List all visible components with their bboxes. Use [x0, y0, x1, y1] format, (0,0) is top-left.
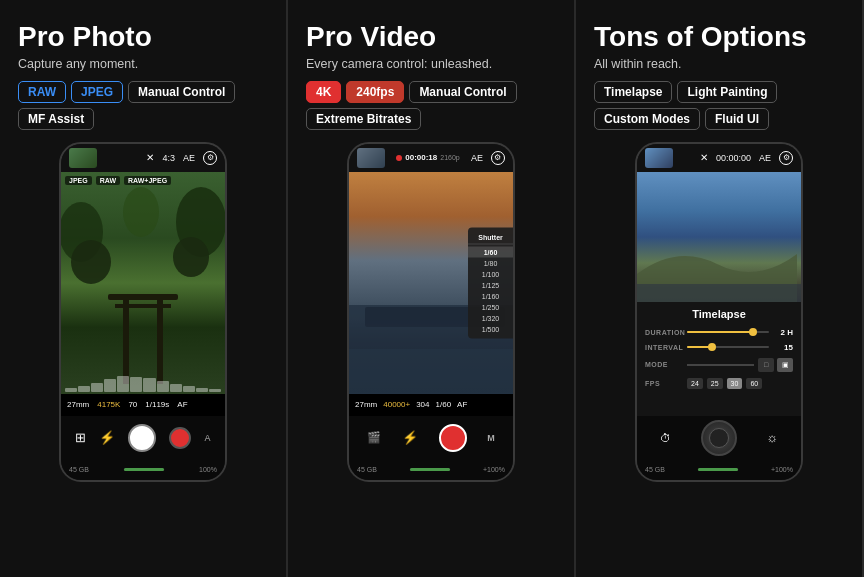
phone2-viewfinder: Shutter 1/60 1/80 1/100 1/125 1/160 1/25… [349, 172, 513, 394]
svg-point-0 [61, 202, 103, 262]
dial-control[interactable] [701, 420, 737, 456]
shutter-val: 1/119s [145, 400, 169, 409]
tl-interval-slider[interactable] [687, 346, 769, 348]
record-button-v[interactable] [439, 424, 467, 452]
format-raw: RAW [96, 176, 120, 185]
phone3-topbar-icons: ✕ 00:00:00 AE ⚙ [700, 151, 793, 165]
tl-mode-btn-1[interactable]: □ [758, 358, 774, 372]
phone1-topbar-icons: ✕ 4:3 AE ⚙ [146, 151, 217, 165]
shutter-item-3[interactable]: 1/125 [468, 279, 513, 290]
gear-icon[interactable]: ⚙ [203, 151, 217, 165]
options-panel: Tons of Options All within reach. Timela… [576, 0, 864, 577]
badge-timelapse[interactable]: Timelapse [594, 81, 672, 103]
badge-manual-control[interactable]: Manual Control [128, 81, 235, 103]
ae-text[interactable]: AE [183, 153, 195, 163]
shutter-item-1[interactable]: 1/80 [468, 257, 513, 268]
pro-video-subtitle: Every camera control: unleashed. [306, 57, 556, 71]
shutter-button[interactable] [128, 424, 156, 452]
phone1-scene: JPEG RAW RAW+JPEG [61, 172, 225, 394]
bolt-icon-v[interactable]: ⚡ [402, 430, 418, 445]
progress-bar [124, 468, 164, 471]
grid-icon[interactable]: ⊞ [75, 430, 86, 445]
histogram [65, 374, 221, 392]
rec-res: 2160p [440, 154, 459, 161]
timer-icon[interactable]: ⏱ [660, 432, 671, 444]
svg-point-2 [123, 187, 159, 237]
phone3-controls: ⏱ ☼ [637, 416, 801, 460]
shutter-item-7[interactable]: 1/500 [468, 323, 513, 334]
shutter-item-2[interactable]: 1/100 [468, 268, 513, 279]
tl-mode-btns: □ ▣ [758, 358, 793, 372]
adjust-icon[interactable]: ☼ [766, 430, 778, 445]
tl-mode-btn-2[interactable]: ▣ [777, 358, 793, 372]
phone-frame-2: 00:00:18 2160p AE ⚙ [306, 142, 556, 563]
fps-25[interactable]: 25 [707, 378, 723, 389]
record-button[interactable] [169, 427, 191, 449]
format-raw-jpeg: RAW+JPEG [124, 176, 171, 185]
mode-m-label[interactable]: M [487, 433, 495, 443]
phone1-info-bar: 27mm 4175K 70 1/119s AF [61, 394, 225, 416]
svg-point-4 [173, 237, 209, 277]
video-cam-icon[interactable]: 🎬 [367, 431, 381, 444]
badge-manual-control-v[interactable]: Manual Control [409, 81, 516, 103]
svg-point-1 [176, 187, 225, 257]
shutter-item-6[interactable]: 1/320 [468, 312, 513, 323]
o-storage: 45 GB [645, 466, 665, 473]
shutter-menu-title: Shutter [468, 231, 513, 244]
fps-60[interactable]: 60 [746, 378, 762, 389]
options-title: Tons of Options [594, 22, 844, 53]
options-subtitle: All within reach. [594, 57, 844, 71]
badge-raw[interactable]: RAW [18, 81, 66, 103]
gear-icon-3[interactable]: ⚙ [779, 151, 793, 165]
flash-off-icon-3: ✕ [700, 152, 708, 163]
phone3-thumb [645, 148, 673, 168]
v-focal: 27mm [355, 400, 377, 409]
badge-4k[interactable]: 4K [306, 81, 341, 103]
coast-svg [637, 224, 801, 302]
focal-length: 27mm [67, 400, 89, 409]
badge-light-painting[interactable]: Light Painting [677, 81, 777, 103]
ae-text-v[interactable]: AE [471, 153, 483, 163]
bolt-icon[interactable]: ⚡ [99, 430, 115, 445]
format-bar: JPEG RAW RAW+JPEG [65, 176, 221, 185]
badge-240fps[interactable]: 240fps [346, 81, 404, 103]
phone2-info-bar: 27mm 40000+ 304 1/60 AF [349, 394, 513, 416]
pro-video-title: Pro Video [306, 22, 556, 53]
phone2-topbar-icons: AE ⚙ [471, 151, 505, 165]
shutter-item-0[interactable]: 1/60 [468, 246, 513, 257]
tl-fps-label: FPS [645, 380, 683, 387]
o-progress-pct: +100% [771, 466, 793, 473]
shutter-item-4[interactable]: 1/160 [468, 290, 513, 301]
gear-icon-v[interactable]: ⚙ [491, 151, 505, 165]
tl-duration-label: DURATION [645, 329, 683, 336]
torii-gate [113, 294, 173, 374]
shutter-item-5[interactable]: 1/250 [468, 301, 513, 312]
badge-fluid-ui[interactable]: Fluid UI [705, 108, 769, 130]
phone3-bottom: 45 GB +100% [637, 460, 801, 480]
phone-2: 00:00:18 2160p AE ⚙ [347, 142, 515, 482]
aspect-ratio-text[interactable]: 4:3 [162, 153, 175, 163]
tl-duration-value: 2 H [773, 328, 793, 337]
rec-indicator: 00:00:18 2160p [396, 153, 460, 162]
badge-mf-assist[interactable]: MF Assist [18, 108, 94, 130]
phone-frame-1: ✕ 4:3 AE ⚙ [18, 142, 268, 563]
badge-jpeg[interactable]: JPEG [71, 81, 123, 103]
phone3-scene [637, 172, 801, 302]
tl-duration-slider[interactable] [687, 331, 769, 333]
fps-30[interactable]: 30 [727, 378, 743, 389]
v-af: AF [457, 400, 467, 409]
v-storage: 45 GB [357, 466, 377, 473]
mode-a-label[interactable]: A [204, 433, 210, 443]
tl-mode-row: MODE □ ▣ [645, 358, 793, 372]
phone1-controls: ⊞ ⚡ A [61, 416, 225, 460]
rec-time-3: 00:00:00 [716, 153, 751, 163]
badge-extreme-bitrates[interactable]: Extreme Bitrates [306, 108, 421, 130]
badge-custom-modes[interactable]: Custom Modes [594, 108, 700, 130]
phone-frame-3: ✕ 00:00:00 AE ⚙ [594, 142, 844, 563]
tl-interval-row: INTERVAL 15 [645, 343, 793, 352]
fps-24[interactable]: 24 [687, 378, 703, 389]
v-iso: 40000+ [383, 400, 410, 409]
phone-1: ✕ 4:3 AE ⚙ [59, 142, 227, 482]
ae-text-3[interactable]: AE [759, 153, 771, 163]
svg-point-3 [71, 240, 111, 284]
